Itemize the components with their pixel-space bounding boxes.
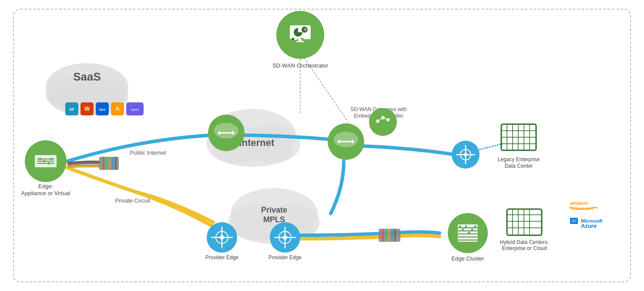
svg-point-43 (298, 38, 301, 41)
svg-text:Public Internet: Public Internet (130, 149, 166, 156)
orchestrator-circle (276, 11, 324, 59)
svg-point-9 (228, 204, 285, 240)
internet-cloud (207, 109, 300, 167)
svg-point-37 (302, 27, 308, 33)
svg-point-109 (462, 229, 464, 231)
svg-point-68 (376, 119, 379, 123)
svg-point-111 (468, 232, 470, 234)
svg-point-70 (386, 118, 390, 122)
svg-text:SD-WAN Gateways with: SD-WAN Gateways with (350, 106, 407, 112)
svg-text:amazon: amazon (570, 200, 588, 206)
svg-text:MPLS: MPLS (263, 215, 285, 224)
svg-point-57 (208, 115, 245, 151)
svg-rect-47 (35, 155, 57, 167)
svg-text:Microsoft: Microsoft (581, 218, 603, 223)
svg-point-110 (465, 226, 467, 228)
svg-point-62 (328, 123, 364, 160)
svg-text:Data Center: Data Center (505, 163, 533, 169)
svg-rect-45 (296, 41, 304, 42)
svg-point-73 (207, 222, 237, 253)
svg-text:Internet: Internet (239, 137, 275, 148)
svg-point-112 (471, 229, 473, 231)
svg-point-3 (50, 85, 124, 115)
svg-point-113 (474, 226, 476, 228)
saas-label: SaaS (73, 70, 101, 83)
svg-rect-135 (96, 102, 109, 115)
svg-point-58 (214, 123, 238, 139)
svg-point-4 (209, 109, 296, 161)
svg-point-1 (46, 76, 98, 111)
svg-text:Embedded Controller: Embedded Controller (354, 113, 403, 119)
svg-point-6 (244, 124, 300, 163)
svg-line-71 (378, 118, 383, 121)
svg-line-24 (476, 144, 503, 150)
svg-point-79 (270, 222, 300, 253)
svg-point-101 (448, 213, 488, 253)
svg-rect-90 (501, 124, 536, 150)
svg-rect-115 (507, 209, 542, 235)
edge-appliance-circle (25, 140, 67, 182)
svg-point-108 (459, 226, 461, 228)
svg-point-41 (294, 38, 297, 41)
svg-rect-127 (570, 218, 578, 224)
svg-point-85 (452, 141, 480, 169)
svg-rect-131 (65, 102, 78, 115)
svg-point-52 (43, 160, 46, 162)
svg-line-39 (305, 30, 306, 30)
svg-point-54 (50, 158, 53, 160)
svg-rect-133 (80, 102, 94, 115)
svg-text:Edge:: Edge: (38, 183, 53, 189)
svg-text:W: W (84, 105, 90, 112)
svg-rect-40 (292, 38, 297, 40)
svg-marker-66 (337, 139, 340, 144)
svg-point-2 (80, 79, 128, 112)
svg-line-26 (300, 52, 348, 122)
svg-text:SD-WAN Orchestrator: SD-WAN Orchestrator (272, 62, 329, 69)
svg-rect-128 (571, 219, 577, 223)
svg-marker-60 (232, 131, 235, 135)
svg-marker-65 (352, 139, 355, 144)
saas-cloud (46, 63, 128, 115)
svg-point-51 (39, 158, 41, 160)
svg-rect-18 (379, 229, 400, 242)
svg-marker-61 (218, 131, 220, 135)
svg-point-8 (231, 188, 318, 239)
diagram-container: SaaS Internet Private MPLS Public Intern… (0, 0, 644, 291)
svg-text:Hybrid Data Centers:: Hybrid Data Centers: (500, 239, 549, 245)
svg-text:Legacy Enterprise: Legacy Enterprise (498, 156, 540, 162)
svg-text:Enterprise or Cloud: Enterprise or Cloud (502, 245, 547, 251)
svg-rect-139 (126, 102, 144, 115)
mpls-cloud (228, 188, 320, 244)
svg-point-77 (220, 235, 224, 240)
svg-text:webservices™: webservices™ (570, 206, 598, 211)
svg-point-88 (460, 149, 471, 160)
svg-text:Provider Edge: Provider Edge (205, 254, 238, 261)
svg-point-36 (294, 28, 302, 37)
svg-point-82 (279, 231, 291, 244)
svg-rect-12 (99, 157, 119, 170)
svg-rect-34 (290, 25, 311, 39)
svg-rect-35 (291, 27, 309, 38)
svg-point-76 (216, 231, 228, 244)
svg-point-89 (464, 153, 467, 156)
svg-rect-102 (458, 224, 478, 242)
svg-point-5 (207, 124, 263, 163)
svg-point-10 (263, 204, 320, 240)
svg-text:Appliance or Virtual: Appliance or Virtual (21, 190, 70, 196)
svg-line-38 (305, 28, 306, 30)
dashed-border (13, 9, 631, 282)
svg-text:Private Circuit: Private Circuit (115, 197, 151, 204)
svg-point-7 (213, 134, 292, 167)
svg-point-63 (334, 132, 358, 147)
svg-text:Private: Private (261, 206, 287, 214)
svg-text:Provider Edge: Provider Edge (268, 254, 302, 261)
svg-point-69 (381, 116, 385, 119)
svg-point-11 (235, 213, 313, 244)
svg-text:Edge Cluster: Edge Cluster (451, 255, 484, 262)
svg-rect-137 (111, 102, 124, 115)
svg-point-53 (47, 162, 50, 165)
svg-text:SF: SF (69, 107, 74, 112)
svg-text:A: A (115, 105, 120, 112)
svg-rect-44 (299, 39, 302, 41)
svg-rect-42 (299, 38, 304, 40)
